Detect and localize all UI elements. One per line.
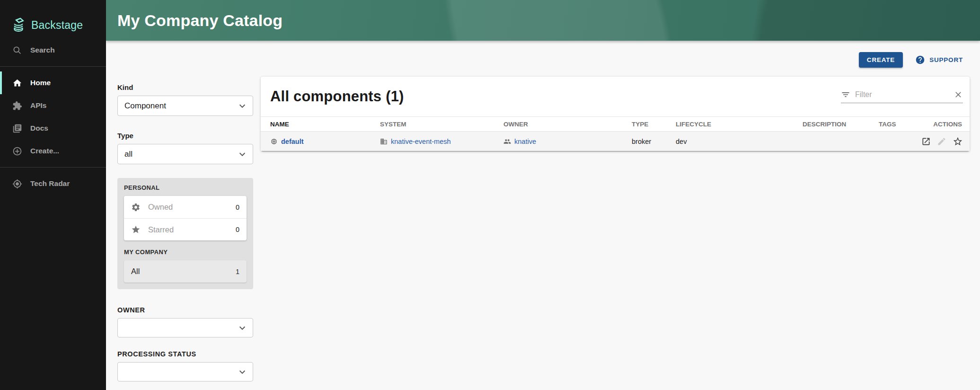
sidebar-item-tech-radar[interactable]: Tech Radar [0,172,106,195]
owner-select[interactable] [117,318,253,337]
filter-list-icon [841,90,850,99]
components-table: NAME SYSTEM OWNER TYPE LIFECYCLE DESCRIP… [261,116,970,151]
filter-item-label: All [131,267,140,276]
filter-item-count: 0 [236,226,239,233]
gear-icon [131,203,141,212]
tags-cell [879,132,921,151]
edit-icon[interactable] [937,137,946,146]
open-in-new-icon[interactable] [921,137,931,146]
column-header-name[interactable]: NAME [261,117,380,132]
extension-icon [12,101,22,111]
chevron-down-icon [237,100,248,112]
table-header-row: NAME SYSTEM OWNER TYPE LIFECYCLE DESCRIP… [261,117,970,132]
create-button[interactable]: CREATE [859,52,903,68]
filter-panel: Kind Component Type all PERSONAL Owned 0 [117,83,253,381]
column-header-tags[interactable]: TAGS [879,117,921,132]
table-filter [841,90,963,103]
entity-picker-card: PERSONAL Owned 0 Starred 0 MY COMPANY Al… [117,178,253,289]
processing-status-select[interactable] [117,362,253,381]
sidebar-item-create[interactable]: Create... [0,140,106,162]
name-cell: default [270,138,380,145]
components-table-card: All components (1) NAME SYSTEM OWNER TYP… [261,77,970,151]
filter-item-all[interactable]: All 1 [124,260,247,283]
column-header-system[interactable]: SYSTEM [380,117,503,132]
filter-item-starred[interactable]: Starred 0 [124,218,247,240]
personal-list: Owned 0 Starred 0 [124,196,247,240]
sidebar-item-label: Home [30,79,51,87]
sidebar-divider [0,66,106,67]
actions-cell [921,136,970,147]
support-button[interactable]: SUPPORT [915,55,963,65]
type-cell: broker [632,132,676,151]
processing-status-label: PROCESSING STATUS [117,350,253,358]
kind-label: Kind [117,83,253,91]
type-select-value: all [124,150,132,159]
clear-filter-icon[interactable] [954,90,963,99]
filter-item-count: 1 [236,268,239,275]
search-icon [12,45,22,55]
lifecycle-cell: dev [676,132,803,151]
sidebar-item-label: APIs [30,101,46,110]
content-toolbar: CREATE SUPPORT [859,52,963,68]
sidebar-item-label: Create... [30,147,59,155]
kind-select-value: Component [124,101,166,111]
chevron-down-icon [237,149,248,160]
owner-link[interactable]: knative [514,138,536,145]
entity-link-default[interactable]: default [281,138,304,145]
column-header-lifecycle[interactable]: LIFECYCLE [676,117,803,132]
type-select[interactable]: all [117,144,253,164]
chevron-down-icon [237,322,248,334]
page-title: My Company Catalog [106,11,283,30]
backstage-logo-icon [10,17,26,33]
backstage-catalog-page: My Company Catalog Backstage Search Home… [0,0,980,390]
component-icon [270,138,278,145]
column-header-owner[interactable]: OWNER [503,117,632,132]
backstage-logo[interactable]: Backstage [0,0,106,38]
chevron-down-icon [237,366,248,378]
owner-cell: knative [503,138,632,145]
system-icon [380,138,388,145]
home-icon [12,78,22,88]
kind-select[interactable]: Component [117,96,253,116]
table-row: default knative-event-mesh knative [261,132,970,151]
sidebar-item-apis[interactable]: APIs [0,94,106,117]
support-label: SUPPORT [929,56,963,63]
personal-section-header: PERSONAL [124,184,247,191]
tech-radar-icon [12,179,22,189]
table-card-header: All components (1) [261,77,970,116]
sidebar: Backstage Search Home APIs Docs Create..… [0,0,106,390]
sidebar-divider [0,167,106,168]
table-filter-input[interactable] [855,90,949,99]
table-title: All components (1) [270,88,404,105]
filter-item-label: Owned [148,203,173,212]
company-section-header: MY COMPANY [124,248,247,256]
filter-item-label: Starred [148,225,174,234]
owner-label: OWNER [117,306,253,314]
help-icon [915,55,925,65]
star-border-icon[interactable] [953,136,963,147]
star-icon [131,225,141,234]
type-label: Type [117,132,253,140]
page-header: My Company Catalog [106,0,980,41]
column-header-type[interactable]: TYPE [632,117,676,132]
system-cell: knative-event-mesh [380,138,503,145]
sidebar-item-search[interactable]: Search [0,39,106,62]
sidebar-item-docs[interactable]: Docs [0,117,106,140]
description-cell [803,132,879,151]
filter-item-owned[interactable]: Owned 0 [124,196,247,218]
filter-item-count: 0 [236,204,239,211]
backstage-logo-text: Backstage [31,19,83,32]
sidebar-item-label: Search [30,46,55,54]
sidebar-item-home[interactable]: Home [0,71,106,94]
group-icon [503,138,511,145]
system-link[interactable]: knative-event-mesh [391,138,451,145]
sidebar-item-label: Docs [30,124,48,133]
column-header-actions: ACTIONS [921,117,970,132]
column-header-description[interactable]: DESCRIPTION [803,117,879,132]
add-circle-icon [12,146,22,156]
docs-icon [12,124,22,133]
sidebar-item-label: Tech Radar [30,179,70,188]
